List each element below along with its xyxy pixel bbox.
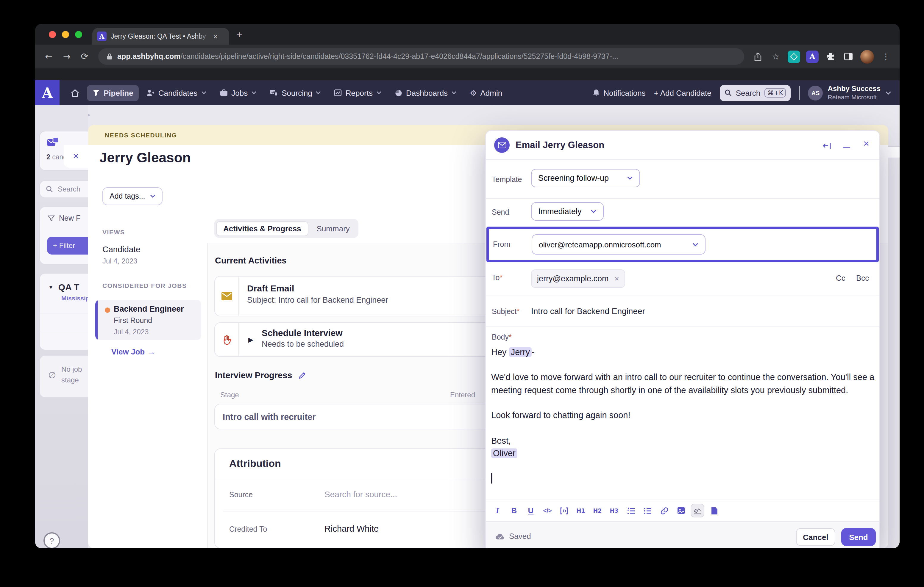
nav-item-jobs[interactable]: Jobs [214,85,262,101]
add-filter-button[interactable]: + Filter [47,237,88,255]
tab-close-icon[interactable]: × [213,33,218,40]
bookmark-star-icon[interactable]: ☆ [768,52,784,61]
browser-menu-icon[interactable]: ⋮ [878,52,894,61]
tab-summary[interactable]: Summary [310,222,357,235]
job-location-link[interactable]: Mississip [40,292,88,301]
nav-item-dashboards[interactable]: Dashboards [389,85,462,101]
send-when-label: Send [492,208,509,217]
modal-footer: Saved Cancel Send [486,521,880,548]
bold-button[interactable]: B [507,504,521,518]
app-content: Home • 2 candid Search New F [35,105,899,548]
traffic-light-minimize[interactable] [62,31,69,38]
traffic-light-zoom[interactable] [75,31,82,38]
email-icon [494,137,510,153]
account-menu[interactable]: AS Ashby SuccessReteam Microsoft [808,84,891,101]
ashby-extension-icon[interactable]: A [806,50,818,63]
modal-title: Email Jerry Gleason [516,140,604,150]
extensions-puzzle-icon[interactable] [823,52,838,61]
h1-button[interactable]: H1 [574,504,587,518]
chevron-down-icon [150,194,155,198]
chip-remove-icon[interactable]: × [614,274,619,283]
insert-image-button[interactable] [674,504,688,518]
add-tags-dropdown[interactable]: Add tags... [102,187,163,205]
notifications-button[interactable]: Notifications [592,88,646,97]
chevron-down-icon [451,91,457,95]
popout-icon[interactable] [823,142,831,149]
recipient-chip[interactable]: jerry@example.com × [531,270,625,288]
sidebar-search-input[interactable]: Search [39,180,88,198]
send-when-select[interactable]: Immediately [531,202,604,220]
nav-item-pipeline[interactable]: Pipeline [87,85,139,101]
traffic-light-close[interactable] [49,31,56,38]
link-button[interactable] [657,504,671,518]
send-button[interactable]: Send [841,528,876,546]
to-label: To* [492,274,503,282]
share-icon[interactable] [750,52,766,61]
nav-item-candidates[interactable]: Candidates [141,85,212,101]
view-item-date: Jul 4, 2023 [102,257,137,265]
funnel-icon [92,89,100,96]
nav-home[interactable] [66,86,84,100]
chevron-down-icon [692,242,698,247]
help-button[interactable]: ? [43,532,60,548]
job-stage: First Round [114,316,152,325]
edit-pencil-icon[interactable] [298,372,306,379]
template-select[interactable]: Screening follow-up [531,169,640,187]
from-select[interactable]: oliver@reteamapp.onmicrosoft.com [532,234,706,255]
h2-button[interactable]: H2 [591,504,604,518]
view-item-name[interactable]: Candidate [102,245,140,254]
collapse-caret-icon[interactable]: ▼ [48,284,54,290]
subject-input[interactable]: Intro call for Backend Engineer [531,306,645,316]
ordered-list-button[interactable] [624,504,638,518]
reload-icon[interactable]: ⟳ [77,51,92,62]
inline-code-button[interactable]: </> [541,504,554,518]
nav-item-reports[interactable]: Reports [329,85,387,101]
signature-button[interactable] [691,504,704,518]
view-name: New F [59,214,80,222]
nav-item-sourcing[interactable]: Sourcing [264,85,327,101]
cancel-button[interactable]: Cancel [796,528,835,546]
bullet-list-button[interactable] [640,504,654,518]
new-tab-button[interactable]: + [236,29,242,41]
selected-indicator [95,300,97,340]
address-bar[interactable]: app.ashbyhq.com /candidates/pipeline/act… [98,48,744,65]
side-panel-icon[interactable] [841,53,856,60]
minimize-icon[interactable]: — [843,143,850,151]
h3-button[interactable]: H3 [607,504,621,518]
tab-activities-progress[interactable]: Activities & Progress [216,221,309,236]
cc-button[interactable]: Cc [836,274,845,283]
job-application-card[interactable]: Backend Engineer First Round Jul 4, 2023 [95,300,201,340]
source-input[interactable]: Search for source... [325,490,397,499]
email-body-editor[interactable]: Hey Jerry- We'd love to move forward wit… [491,346,875,483]
underline-button[interactable]: U [524,504,538,518]
email-modal: Email Jerry Gleason — × Template Screeni… [485,130,880,548]
expand-play-icon[interactable]: ▶ [248,336,253,344]
view-job-link[interactable]: View Job→ [111,347,155,356]
code-block-button[interactable] [557,504,571,518]
search-icon [46,186,53,193]
forward-icon[interactable]: → [59,51,74,62]
drawer-close-button[interactable]: × [64,145,88,168]
chevron-down-icon [627,176,633,180]
arrow-right-icon: → [148,347,155,356]
teal-extension-icon[interactable] [788,50,800,63]
browser-tab[interactable]: A Jerry Gleason: QA Test • Ashby × [92,28,229,44]
saved-view-card[interactable]: New F + Filter [39,206,88,265]
add-candidate-button[interactable]: + Add Candidate [654,88,711,97]
global-search-input[interactable]: Search ⌘+K [720,85,791,101]
credited-to-value[interactable]: Richard White [325,524,379,533]
body-closing: Best, [491,435,875,447]
browser-profile-avatar[interactable] [860,50,874,63]
ashby-logo[interactable]: A [35,80,59,105]
modal-close-icon[interactable]: × [863,138,869,150]
app-nav: A Pipeline Candidates Jobs Sourcing Repo… [35,80,899,105]
people-icon [147,89,155,96]
nav-divider [799,86,800,100]
bcc-button[interactable]: Bcc [856,274,869,283]
text-cursor [491,472,492,483]
back-icon[interactable]: ← [41,51,56,62]
banner-label: NEEDS SCHEDULING [105,132,177,138]
template-doc-button[interactable] [707,504,721,518]
italic-button[interactable]: I [490,504,504,518]
nav-item-admin[interactable]: ⚙Admin [464,85,508,101]
